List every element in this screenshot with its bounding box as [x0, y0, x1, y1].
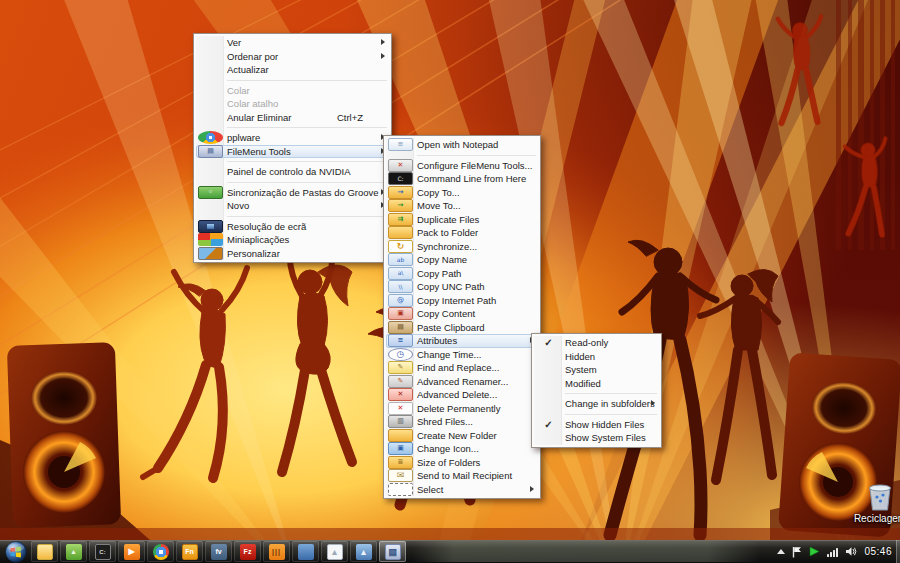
menu-item-find-and-replace[interactable]: Find and Replace...: [386, 361, 538, 375]
network-signal-icon[interactable]: [827, 547, 838, 557]
menu-item-label: System: [561, 364, 597, 375]
menu-item-miniaplica-es[interactable]: Miniaplicações: [196, 233, 389, 247]
cmdline-icon: [388, 172, 413, 185]
menu-item-sincroniza-o-de-pastas-do-groove[interactable]: Sincronização de Pastas do Groove: [196, 186, 389, 200]
menu-item-read-only[interactable]: ✓Read-only: [534, 336, 659, 350]
taskbar-button-white-image-app[interactable]: [321, 541, 348, 562]
blue-doc-app-icon: [211, 544, 227, 560]
taskbar-button-blue-app[interactable]: [292, 541, 319, 562]
orange-folder-app-icon: [182, 544, 198, 560]
menu-item-change-in-subfolders[interactable]: Change in subfolders: [534, 397, 659, 411]
action-center-flag-icon[interactable]: [792, 546, 802, 558]
taskbar-buttons: [31, 540, 406, 563]
command-prompt-icon: [95, 544, 111, 560]
synchronize-icon: [388, 240, 413, 253]
menu-item-pplware[interactable]: pplware: [196, 131, 389, 145]
menu-item-show-hidden-files[interactable]: ✓Show Hidden Files: [534, 418, 659, 432]
menu-item-label: Open with Notepad: [413, 139, 498, 150]
menu-item-label: Show Hidden Files: [561, 419, 644, 430]
menu-item-advanced-delete[interactable]: Advanced Delete...: [386, 388, 538, 402]
menu-item-configure-filemenu-tools[interactable]: Configure FileMenu Tools...: [386, 159, 538, 173]
menu-item-copy-to[interactable]: Copy To...: [386, 186, 538, 200]
recycle-bin-icon: [865, 481, 895, 512]
menu-item-copy-content[interactable]: Copy Content: [386, 307, 538, 321]
menu-item-attributes[interactable]: Attributes: [386, 334, 538, 348]
menu-item-change-time[interactable]: Change Time...: [386, 348, 538, 362]
menu-item-label: Attributes: [413, 335, 457, 346]
menu-item-personalizar[interactable]: Personalizar: [196, 247, 389, 261]
menu-item-label: Change Icon...: [413, 443, 479, 454]
menu-item-label: Copy Path: [413, 268, 461, 279]
delperm-icon: [388, 402, 413, 415]
menu-item-open-with-notepad[interactable]: Open with Notepad: [386, 138, 538, 152]
pack-icon: [388, 226, 413, 239]
taskbar-button-command-prompt[interactable]: [89, 541, 116, 562]
menu-item-copy-name[interactable]: Copy Name: [386, 253, 538, 267]
menu-item-label: Size of Folders: [413, 457, 480, 468]
menu-item-duplicate-files[interactable]: Duplicate Files: [386, 213, 538, 227]
media-player-icon: [124, 544, 140, 560]
menu-item-advanced-renamer[interactable]: Advanced Renamer...: [386, 375, 538, 389]
menu-item-anular-eliminar[interactable]: Anular EliminarCtrl+Z: [196, 111, 389, 125]
menu-item-system[interactable]: System: [534, 363, 659, 377]
taskbar-clock[interactable]: 05:46: [864, 546, 892, 557]
menu-item-filemenu-tools[interactable]: FileMenu Tools: [196, 145, 389, 159]
menu-item-shred-files[interactable]: Shred Files...: [386, 415, 538, 429]
menu-item-resolu-o-de-ecr[interactable]: Resolução de ecrã: [196, 220, 389, 234]
green-status-icon[interactable]: [809, 546, 820, 557]
menu-item-change-icon[interactable]: Change Icon...: [386, 442, 538, 456]
menu-item-novo[interactable]: Novo: [196, 199, 389, 213]
menu-separator: [227, 216, 387, 217]
menu-item-actualizar[interactable]: Actualizar: [196, 63, 389, 77]
recycle-bin[interactable]: Reciclagem: [841, 481, 900, 524]
menu-item-command-line-from-here[interactable]: Command Line from Here: [386, 172, 538, 186]
submenu-arrow-icon: [381, 53, 385, 59]
menu-item-label: Advanced Renamer...: [413, 376, 508, 387]
checkmark-icon: ✓: [536, 419, 561, 430]
menu-item-delete-permanently[interactable]: Delete Permanently: [386, 402, 538, 416]
taskbar-button-orange-bars-app[interactable]: [263, 541, 290, 562]
menu-item-colar: Colar: [196, 84, 389, 98]
menu-separator: [227, 80, 387, 81]
filemenu-tools-icon: [385, 544, 401, 560]
menu-item-painel-de-controlo-da-nvidia[interactable]: Painel de controlo da NVIDIA: [196, 165, 389, 179]
menu-item-send-to-mail-recipient[interactable]: Send to Mail Recipient: [386, 469, 538, 483]
start-button[interactable]: [5, 541, 27, 563]
menu-item-pack-to-folder[interactable]: Pack to Folder: [386, 226, 538, 240]
menu-item-ver[interactable]: Ver: [196, 36, 389, 50]
taskbar-button-blue-image-app[interactable]: [350, 541, 377, 562]
taskbar-button-filezilla[interactable]: [234, 541, 261, 562]
taskbar-button-orange-folder-app[interactable]: [176, 541, 203, 562]
menu-item-show-system-files[interactable]: Show System Files: [534, 431, 659, 445]
menu-item-size-of-folders[interactable]: Size of Folders: [386, 456, 538, 470]
menu-item-label: Novo: [223, 200, 249, 211]
menu-item-label: Change in subfolders: [561, 398, 655, 409]
menu-item-copy-unc-path[interactable]: Copy UNC Path: [386, 280, 538, 294]
taskbar-button-media-player[interactable]: [118, 541, 145, 562]
show-desktop-button[interactable]: [896, 540, 900, 563]
groove-icon: [198, 186, 223, 199]
menu-item-create-new-folder[interactable]: Create New Folder: [386, 429, 538, 443]
menu-item-synchronize[interactable]: Synchronize...: [386, 240, 538, 254]
menu-item-move-to[interactable]: Move To...: [386, 199, 538, 213]
findreplace-icon: [388, 361, 413, 374]
taskbar-button-explorer[interactable]: [31, 541, 58, 562]
taskbar-button-filemenu-tools[interactable]: [379, 541, 406, 562]
menu-item-ordenar-por[interactable]: Ordenar por: [196, 50, 389, 64]
menu-item-modified[interactable]: Modified: [534, 377, 659, 391]
menu-item-label: Actualizar: [223, 64, 269, 75]
menu-item-select[interactable]: Select: [386, 483, 538, 497]
blue-app-icon: [298, 544, 314, 560]
volume-icon[interactable]: [845, 546, 857, 557]
taskbar-button-blue-doc-app[interactable]: [205, 541, 232, 562]
changeicon-icon: [388, 442, 413, 455]
menu-item-copy-path[interactable]: Copy Path: [386, 267, 538, 281]
show-hidden-icons-button[interactable]: [777, 549, 785, 554]
menu-item-hidden[interactable]: Hidden: [534, 350, 659, 364]
menu-item-copy-internet-path[interactable]: Copy Internet Path: [386, 294, 538, 308]
gadgets-icon: [198, 233, 223, 246]
taskbar-button-green-app[interactable]: [60, 541, 87, 562]
taskbar-button-chrome[interactable]: [147, 541, 174, 562]
menu-item-label: Copy To...: [413, 187, 460, 198]
menu-item-paste-clipboard[interactable]: Paste Clipboard: [386, 321, 538, 335]
